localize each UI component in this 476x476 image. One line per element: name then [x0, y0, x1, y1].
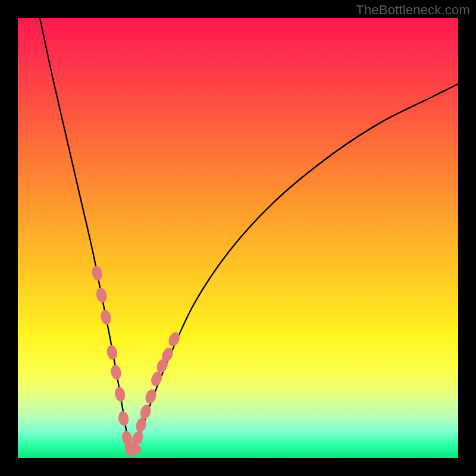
highlight-marker: [126, 444, 141, 455]
highlight-marker: [90, 265, 104, 281]
highlight-marker: [149, 370, 164, 387]
chart-frame: TheBottleneck.com: [0, 0, 476, 476]
highlight-marker: [95, 287, 108, 303]
highlight-marker: [106, 345, 118, 361]
highlight-marker: [114, 386, 126, 403]
watermark-text: TheBottleneck.com: [356, 2, 470, 18]
plot-area: [18, 18, 458, 458]
highlight-marker: [117, 411, 129, 427]
highlight-marker: [99, 309, 112, 325]
highlight-marker: [109, 364, 123, 381]
chart-svg: [18, 18, 458, 458]
highlight-marker: [139, 403, 153, 421]
bottleneck-curve: [40, 18, 458, 452]
